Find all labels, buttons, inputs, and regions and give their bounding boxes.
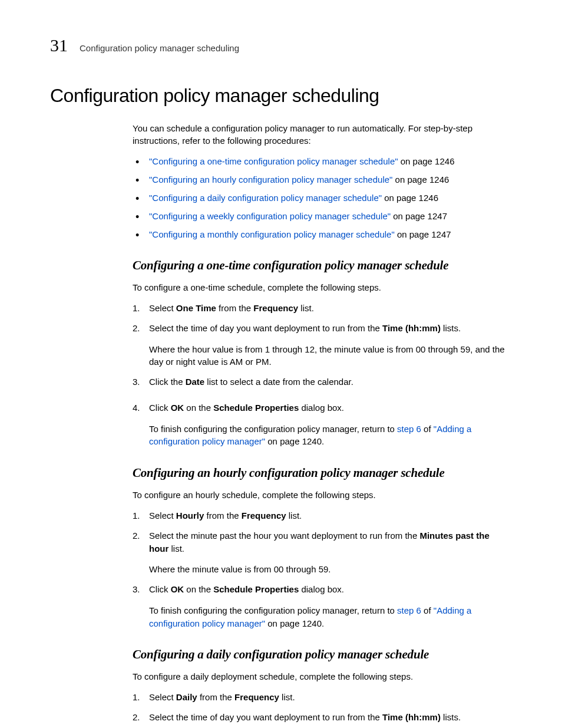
step-item: Select the time of day you want deployme… (133, 711, 510, 728)
steps-list: Select Hourly from the Frequency list. S… (133, 509, 510, 630)
page-header: 31 Configuration policy manager scheduli… (50, 35, 512, 55)
xref-link[interactable]: step 6 (397, 424, 421, 434)
toc-link[interactable]: "Configuring a one-time configuration po… (149, 156, 398, 166)
text: Select the time of day you want deployme… (149, 323, 382, 333)
section-heading-daily: Configuring a daily configuration policy… (133, 647, 510, 662)
text: of (421, 424, 434, 434)
text: Click (149, 584, 171, 594)
step-body: Where the hour value is from 1 through 1… (149, 343, 510, 369)
toc-link[interactable]: "Configuring a weekly configuration poli… (149, 211, 391, 221)
step-item: Click the Date list to select a date fro… (133, 375, 510, 388)
text-bold: OK (171, 403, 184, 413)
section-intro: To configure an hourly schedule, complet… (133, 489, 510, 501)
text: lists. (441, 712, 461, 722)
text: Click the (149, 377, 186, 387)
step-item: Click OK on the Schedule Properties dial… (133, 583, 510, 630)
text: from the (197, 692, 234, 702)
text-bold: Schedule Properties (213, 584, 299, 594)
text: dialog box. (299, 584, 344, 594)
text: on the (184, 584, 213, 594)
text-bold: Hourly (176, 510, 204, 521)
toc-item: "Configuring a one-time configuration po… (133, 155, 510, 167)
toc-suffix: on page 1246 (398, 156, 455, 166)
step-item: Select Hourly from the Frequency list. (133, 509, 510, 522)
text-bold: Frequency (242, 510, 286, 521)
xref-link[interactable]: step 6 (397, 605, 421, 615)
section-intro: To configure a one-time schedule, comple… (133, 281, 510, 294)
body-content: You can schedule a configuration policy … (133, 122, 510, 728)
main-heading: Configuration policy manager scheduling (50, 85, 512, 107)
toc-suffix: on page 1247 (391, 211, 447, 221)
text-bold: Frequency (253, 303, 298, 313)
step-body: To finish configuring the configuration … (149, 604, 510, 630)
text: To finish configuring the configuration … (149, 605, 397, 615)
text: Select (149, 510, 176, 521)
toc-item: "Configuring an hourly configuration pol… (133, 173, 510, 186)
step-item: Select the time of day you want deployme… (133, 322, 510, 368)
step-item: Select One Time from the Frequency list. (133, 302, 510, 315)
toc-item: "Configuring a weekly configuration poli… (133, 210, 510, 222)
page: 31 Configuration policy manager scheduli… (0, 0, 562, 728)
toc-item: "Configuring a daily configuration polic… (133, 192, 510, 204)
text-bold: OK (171, 584, 184, 594)
text: of (421, 605, 434, 615)
toc-suffix: on page 1246 (392, 174, 449, 185)
text-bold: Daily (176, 692, 197, 702)
toc-suffix: on page 1247 (395, 229, 451, 239)
text: Select the minute past the hour you want… (149, 531, 419, 541)
step-body: Where the minute value is from 00 throug… (149, 563, 510, 576)
steps-list: Select One Time from the Frequency list.… (133, 302, 510, 448)
step-item: Select the minute past the hour you want… (133, 529, 510, 576)
text: dialog box. (299, 403, 344, 413)
text: list. (168, 543, 184, 554)
text: Select (149, 692, 176, 702)
text-bold: Schedule Properties (213, 403, 299, 413)
text: list. (286, 510, 302, 521)
step-item: Select Daily from the Frequency list. (133, 691, 510, 704)
intro-paragraph: You can schedule a configuration policy … (133, 122, 510, 147)
text: list to select a date from the calendar. (204, 377, 353, 387)
text-bold: Time (hh:mm) (382, 323, 441, 333)
toc-list: "Configuring a one-time configuration po… (133, 155, 510, 241)
toc-item: "Configuring a monthly configuration pol… (133, 228, 510, 241)
text: list. (279, 692, 295, 702)
text: on the (184, 403, 213, 413)
steps-list: Select Daily from the Frequency list. Se… (133, 691, 510, 728)
text: on page 1240. (265, 436, 324, 446)
section-intro: To configure a daily deployment schedule… (133, 670, 510, 683)
step-body: To finish configuring the configuration … (149, 423, 510, 449)
text: on page 1240. (265, 618, 324, 628)
toc-link[interactable]: "Configuring an hourly configuration pol… (149, 174, 392, 185)
text-bold: Frequency (234, 692, 279, 702)
text: To finish configuring the configuration … (149, 424, 397, 434)
text: Click (149, 403, 171, 413)
text-bold: Time (hh:mm) (382, 712, 441, 722)
step-item: Click OK on the Schedule Properties dial… (133, 401, 510, 448)
text-bold: One Time (176, 303, 216, 313)
toc-link[interactable]: "Configuring a daily configuration polic… (149, 193, 382, 203)
toc-link[interactable]: "Configuring a monthly configuration pol… (149, 229, 395, 239)
text: list. (298, 303, 314, 313)
running-title: Configuration policy manager scheduling (80, 43, 239, 53)
toc-suffix: on page 1246 (382, 193, 438, 203)
text: from the (216, 303, 253, 313)
text: Select the time of day you want deployme… (149, 712, 382, 722)
chapter-number: 31 (50, 35, 68, 55)
section-heading-onetime: Configuring a one-time configuration pol… (133, 258, 510, 273)
text-bold: Date (186, 377, 205, 387)
text: lists. (441, 323, 461, 333)
text: Select (149, 303, 176, 313)
text: from the (204, 510, 241, 521)
section-heading-hourly: Configuring an hourly configuration poli… (133, 466, 510, 480)
